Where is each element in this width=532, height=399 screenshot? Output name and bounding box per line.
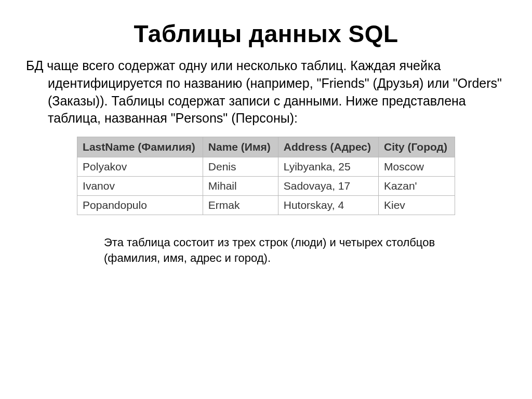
cell-address: Lyibyanka, 25 bbox=[278, 157, 378, 177]
cell-name: Mihail bbox=[203, 177, 278, 196]
table-row: Polyakov Denis Lyibyanka, 25 Moscow bbox=[77, 157, 455, 177]
col-header-address: Address (Адрес) bbox=[278, 137, 378, 157]
cell-address: Hutorskay, 4 bbox=[278, 196, 378, 215]
cell-name: Denis bbox=[203, 157, 278, 177]
table-header-row: LastName (Фамилия) Name (Имя) Address (А… bbox=[77, 137, 455, 157]
table-row: Ivanov Mihail Sadovaya, 17 Kazan' bbox=[77, 177, 455, 196]
cell-lastname: Ivanov bbox=[77, 177, 203, 196]
persons-table: LastName (Фамилия) Name (Имя) Address (А… bbox=[77, 137, 455, 215]
table-row: Popandopulo Ermak Hutorskay, 4 Kiev bbox=[77, 196, 455, 215]
slide: Таблицы данных SQL БД чаще всего содержа… bbox=[0, 0, 532, 399]
cell-city: Moscow bbox=[379, 157, 455, 177]
cell-lastname: Popandopulo bbox=[77, 196, 203, 215]
table-container: LastName (Фамилия) Name (Имя) Address (А… bbox=[26, 137, 506, 215]
table-caption: Эта таблица состоит из трех строк (люди)… bbox=[104, 235, 454, 265]
col-header-name: Name (Имя) bbox=[203, 137, 278, 157]
cell-lastname: Polyakov bbox=[77, 157, 203, 177]
slide-title: Таблицы данных SQL bbox=[26, 20, 506, 48]
col-header-city: City (Город) bbox=[379, 137, 455, 157]
cell-city: Kazan' bbox=[379, 177, 455, 196]
cell-address: Sadovaya, 17 bbox=[278, 177, 378, 196]
col-header-lastname: LastName (Фамилия) bbox=[77, 137, 203, 157]
cell-city: Kiev bbox=[379, 196, 455, 215]
cell-name: Ermak bbox=[203, 196, 278, 215]
body-paragraph: БД чаще всего содержат одну или нескольк… bbox=[26, 57, 506, 127]
